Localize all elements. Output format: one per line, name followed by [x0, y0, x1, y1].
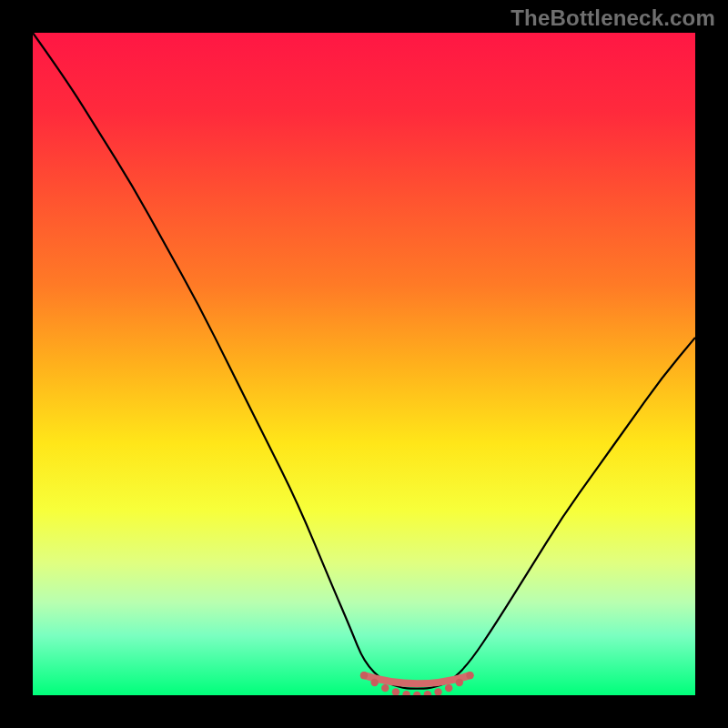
svg-point-6	[413, 692, 420, 699]
chart-frame: { "watermark": "TheBottleneck.com", "col…	[0, 0, 728, 728]
svg-point-11	[466, 672, 473, 679]
bottleneck-chart	[0, 0, 728, 728]
svg-point-1	[360, 672, 368, 679]
svg-point-7	[424, 691, 431, 698]
svg-point-9	[445, 684, 452, 692]
svg-point-5	[402, 691, 410, 698]
svg-point-4	[392, 688, 399, 695]
svg-point-2	[370, 679, 378, 686]
svg-point-10	[456, 679, 463, 686]
watermark-text: TheBottleneck.com	[511, 5, 715, 31]
svg-point-3	[381, 684, 389, 692]
svg-point-8	[434, 688, 441, 695]
gradient-background	[33, 33, 695, 695]
